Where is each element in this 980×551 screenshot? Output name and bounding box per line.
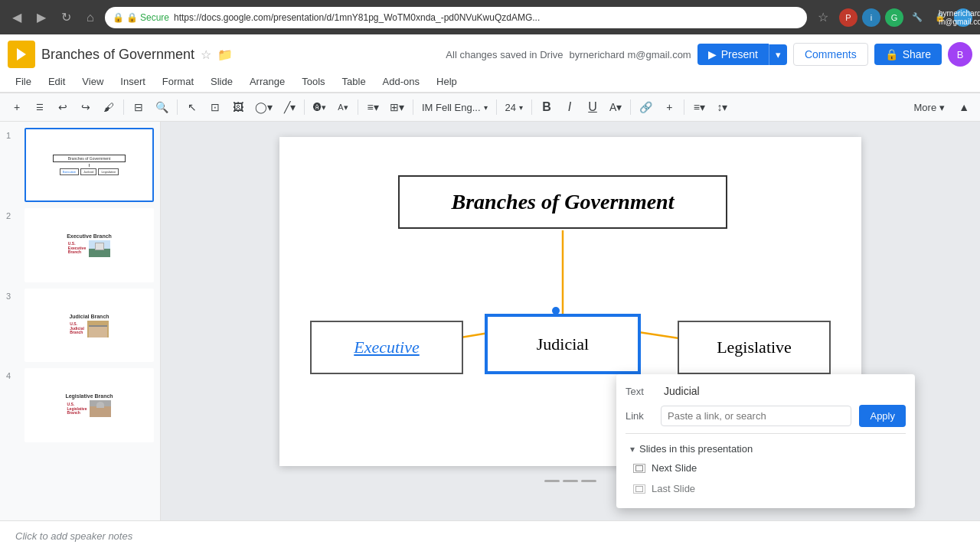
extension-icon-1[interactable]: P	[839, 8, 858, 27]
chevron-down-icon: ▾	[484, 103, 488, 112]
more-button[interactable]: More ▾	[906, 96, 953, 118]
extension-icon-4[interactable]: 🔧	[908, 8, 926, 27]
mini-title-box: Branches of Government	[53, 155, 125, 162]
text-align-button[interactable]: ≡▾	[688, 96, 710, 118]
present-button[interactable]: ▶ Present	[697, 44, 769, 65]
avatar[interactable]: B	[948, 42, 972, 67]
app-title: Branches of Government	[41, 47, 194, 63]
menu-slide[interactable]: Slide	[203, 73, 240, 90]
font-size-dropdown[interactable]: 24 ▾	[501, 96, 528, 118]
link-text-input[interactable]	[661, 383, 906, 399]
menu-file[interactable]: File	[8, 73, 39, 90]
italic-button[interactable]: I	[559, 96, 580, 118]
divider-4	[358, 99, 358, 115]
apply-button[interactable]: Apply	[859, 405, 906, 427]
menu-insert[interactable]: Insert	[113, 73, 153, 90]
slides-section-toggle[interactable]: ▾ Slides in this presentation	[626, 440, 906, 458]
canvas-area: Branches of Government Executive Judicia…	[161, 122, 980, 520]
menu-format[interactable]: Format	[155, 73, 201, 90]
divider-3	[304, 99, 305, 115]
bold-button[interactable]: B	[536, 96, 557, 118]
next-slide-label: Next Slide	[652, 462, 697, 474]
menu-tools[interactable]: Tools	[294, 73, 332, 90]
star-icon[interactable]: ☆	[201, 47, 211, 62]
judicial-text: Judicial	[537, 334, 589, 354]
slide-item-1[interactable]: 1 Branches of Government Executive Judic…	[6, 128, 154, 202]
last-slide-label: Last Slide	[652, 483, 695, 494]
align-button[interactable]: ≡▾	[362, 96, 384, 118]
redo-button[interactable]: ↪	[75, 96, 96, 118]
present-dropdown-button[interactable]: ▾	[769, 44, 787, 65]
undo-zoom-button[interactable]: ☰	[29, 96, 51, 118]
collapse-toolbar-button[interactable]: ▲	[954, 98, 974, 116]
column-button[interactable]: ⊞▾	[385, 96, 409, 118]
slides-section-title: Slides in this presentation	[639, 443, 753, 455]
executive-box[interactable]: Executive	[310, 321, 463, 374]
bookmark-icon[interactable]: ☆	[813, 7, 833, 28]
app-header: Branches of Government ☆ 📁 All changes s…	[0, 34, 980, 93]
speaker-notes[interactable]: Click to add speaker notes	[0, 520, 980, 551]
extension-icon-3[interactable]: G	[885, 8, 903, 27]
slide-thumbnail-2[interactable]: Executive Branch U.S.ExecutiveBranch	[24, 208, 154, 282]
text-color-button[interactable]: A▾	[332, 96, 354, 118]
select-button[interactable]: ⊡	[204, 96, 226, 118]
menu-edit[interactable]: Edit	[41, 73, 73, 90]
cursor-button[interactable]: ↖	[181, 96, 203, 118]
slide-item-2[interactable]: 2 Executive Branch U.S.ExecutiveBranch	[6, 208, 154, 282]
link-field-label: Link	[626, 410, 653, 422]
link-url-input[interactable]	[661, 406, 851, 426]
add-button[interactable]: +	[6, 96, 28, 118]
forward-button[interactable]: ▶	[32, 7, 51, 28]
home-button[interactable]: ⌂	[82, 8, 99, 28]
slide-thumbnail-4[interactable]: Legislative Branch U.S.LegislativeBranch	[24, 368, 154, 442]
line-button[interactable]: ╱▾	[279, 96, 300, 118]
next-slide-item[interactable]: Next Slide	[626, 458, 906, 478]
menu-view[interactable]: View	[74, 73, 111, 90]
undo-button[interactable]: ↩	[52, 96, 74, 118]
menu-help[interactable]: Help	[429, 73, 465, 90]
slide-number-2: 2	[6, 208, 18, 220]
zoom-in-button[interactable]: 🔍	[151, 96, 173, 118]
zoom-button[interactable]: ⊟	[128, 96, 149, 118]
divider-8	[630, 99, 631, 115]
add-comment-button[interactable]: +	[658, 96, 680, 118]
underline-button[interactable]: U	[582, 96, 603, 118]
refresh-button[interactable]: ↻	[57, 7, 76, 28]
slide-thumbnail-3[interactable]: Judicial Branch U.S.JudicialBranch	[24, 289, 154, 363]
mini-legislative: Legislative	[98, 168, 119, 175]
slide-item-4[interactable]: 4 Legislative Branch U.S.LegislativeBran…	[6, 368, 154, 442]
shapes-button[interactable]: ◯▾	[250, 96, 277, 118]
legislative-box[interactable]: Legislative	[678, 321, 831, 374]
main-title-box: Branches of Government	[398, 175, 727, 229]
text-color-button-2[interactable]: A▾	[605, 96, 626, 118]
slide-number-1: 1	[6, 128, 18, 140]
menu-addons[interactable]: Add-ons	[375, 73, 427, 90]
title-bar: Branches of Government ☆ 📁 All changes s…	[8, 34, 972, 71]
address-bar[interactable]: 🔒 🔒 Secure https://docs.google.com/prese…	[105, 7, 807, 28]
slide-item-3[interactable]: 3 Judicial Branch U.S.JudicialBranch	[6, 289, 154, 363]
last-slide-item[interactable]: Last Slide	[626, 478, 906, 499]
paint-format-button[interactable]: 🖌	[98, 96, 119, 118]
share-button[interactable]: 🔒 Share	[874, 44, 942, 65]
user-account-icon[interactable]: byrnerichard m@gmail.com	[954, 8, 972, 27]
menu-table[interactable]: Table	[335, 73, 374, 90]
extension-icon-2[interactable]: i	[862, 8, 880, 27]
fill-button[interactable]: 🅐▾	[309, 96, 331, 118]
link-text-row: Text	[626, 383, 906, 399]
menu-arrange[interactable]: Arrange	[242, 73, 292, 90]
comments-button[interactable]: Comments	[793, 43, 868, 66]
judicial-box[interactable]: Judicial	[486, 315, 639, 373]
slide-number-3: 3	[6, 289, 18, 301]
image-button[interactable]: 🖼	[227, 96, 249, 118]
font-family-dropdown[interactable]: IM Fell Eng... ▾	[417, 96, 492, 118]
slides-in-presentation-section: ▾ Slides in this presentation Next Slide	[626, 433, 906, 499]
line-spacing-button[interactable]: ↕▾	[711, 96, 733, 118]
judicial-selection-handle	[552, 307, 560, 315]
slide-canvas[interactable]: Branches of Government Executive Judicia…	[279, 137, 861, 466]
folder-icon[interactable]: 📁	[217, 47, 233, 62]
scroll-indicator	[544, 480, 596, 482]
slide-thumbnail-1[interactable]: Branches of Government Executive Judicia…	[24, 128, 154, 202]
back-button[interactable]: ◀	[8, 7, 26, 28]
user-email-display[interactable]: byrnerichard m@gmail.com	[570, 49, 691, 60]
link-button[interactable]: 🔗	[635, 96, 657, 118]
